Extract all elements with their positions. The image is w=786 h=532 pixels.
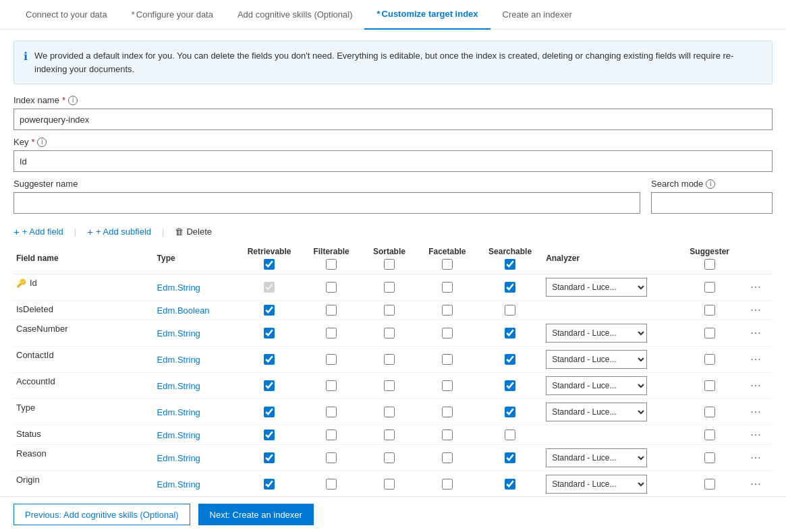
suggester-cell xyxy=(680,425,739,445)
key-icon: 🔑 xyxy=(16,278,26,288)
filterable-cell xyxy=(302,373,361,399)
analyzer-select[interactable]: Standard - Luce...NoneCustom... xyxy=(546,475,647,494)
key-input[interactable] xyxy=(13,150,773,172)
actions-cell: ··· xyxy=(739,320,773,347)
actions-cell: ··· xyxy=(739,445,773,471)
analyzer-cell: Standard - Luce...NoneCustom... xyxy=(543,373,679,399)
actions-cell: ··· xyxy=(739,301,773,320)
row-actions-button[interactable]: ··· xyxy=(750,429,761,441)
field-type-cell: Edm.String xyxy=(155,399,237,425)
analyzer-select[interactable]: Standard - Luce...NoneCustom... xyxy=(546,403,647,421)
searchable-cell xyxy=(477,373,543,399)
plus-subfield-icon: + xyxy=(87,226,93,237)
nav-step-customize[interactable]: * Customize target index xyxy=(364,0,490,30)
table-row: OriginEdm.StringStandard - Luce...NoneCu… xyxy=(13,471,773,498)
suggester-cell xyxy=(680,320,739,347)
col-header-searchable: Searchable xyxy=(477,243,543,274)
search-mode-input[interactable] xyxy=(651,192,773,214)
table-row: AccountIdEdm.StringStandard - Luce...Non… xyxy=(13,373,773,399)
footer: Previous: Add cognitive skills (Optional… xyxy=(0,496,786,532)
field-name-value: Type xyxy=(16,403,35,413)
facetable-cell xyxy=(418,471,477,498)
search-mode-info-icon: i xyxy=(706,179,715,189)
row-actions-button[interactable]: ··· xyxy=(750,304,761,316)
nav-step-connect[interactable]: Connect to your data xyxy=(13,0,119,30)
searchable-cell xyxy=(477,445,543,471)
row-actions-button[interactable]: ··· xyxy=(750,478,761,490)
suggester-cell xyxy=(680,347,739,373)
field-name-cell: 🔑Id xyxy=(13,274,155,291)
sortable-header-checkbox[interactable] xyxy=(384,259,395,270)
filterable-header-checkbox[interactable] xyxy=(326,259,337,270)
actions-cell: ··· xyxy=(739,347,773,373)
table-toolbar: + + Add field | + + Add subfield | 🗑 Del… xyxy=(0,220,786,243)
add-field-button[interactable]: + + Add field xyxy=(13,226,63,237)
col-header-retrievable: Retrievable xyxy=(237,243,302,274)
retrievable-cell xyxy=(237,399,302,425)
next-button[interactable]: Next: Create an indexer xyxy=(198,504,314,525)
field-name-value: ContactId xyxy=(16,350,54,360)
row-actions-button[interactable]: ··· xyxy=(750,327,761,339)
nav-step-configure[interactable]: * Configure your data xyxy=(119,0,225,30)
analyzer-cell: Standard - Luce...NoneCustom... xyxy=(543,274,679,301)
suggester-cell xyxy=(680,373,739,399)
search-mode-label: Search mode i xyxy=(651,179,773,189)
index-name-section: Index name * i xyxy=(0,95,786,130)
index-name-label: Index name * i xyxy=(13,95,773,105)
analyzer-select[interactable]: Standard - Luce...NoneCustom... xyxy=(546,376,647,395)
table-row: 🔑IdEdm.StringStandard - Luce...NoneCusto… xyxy=(13,274,773,301)
col-header-analyzer: Analyzer xyxy=(543,243,679,274)
searchable-cell xyxy=(477,471,543,498)
prev-button[interactable]: Previous: Add cognitive skills (Optional… xyxy=(13,504,190,525)
toolbar-sep1: | xyxy=(74,227,76,237)
facetable-cell xyxy=(418,320,477,347)
searchable-header-checkbox[interactable] xyxy=(505,259,515,270)
field-name-value: Reason xyxy=(16,448,47,459)
index-name-input[interactable] xyxy=(13,109,773,130)
delete-button[interactable]: 🗑 Delete xyxy=(175,227,212,237)
search-mode-section: Search mode i xyxy=(651,179,773,214)
suggester-cell xyxy=(680,399,739,425)
key-label: Key * i xyxy=(13,137,773,147)
add-subfield-button[interactable]: + + Add subfield xyxy=(87,226,151,237)
analyzer-select[interactable]: Standard - Luce...NoneCustom... xyxy=(546,350,647,369)
info-banner: ℹ We provided a default index for you. Y… xyxy=(13,40,773,84)
filterable-cell xyxy=(302,274,361,301)
analyzer-select[interactable]: Standard - Luce...NoneCustom... xyxy=(546,324,647,343)
suggester-name-input[interactable] xyxy=(13,192,640,214)
field-name-cell: CaseNumber xyxy=(13,320,155,337)
sortable-cell xyxy=(361,445,417,471)
analyzer-select[interactable]: Standard - Luce...NoneCustom... xyxy=(546,278,647,297)
info-icon: ℹ xyxy=(24,50,28,63)
searchable-cell xyxy=(477,399,543,425)
field-type-cell: Edm.String xyxy=(155,425,237,445)
suggester-cell xyxy=(680,274,739,301)
facetable-cell xyxy=(418,373,477,399)
filterable-cell xyxy=(302,471,361,498)
analyzer-select[interactable]: Standard - Luce...NoneCustom... xyxy=(546,448,647,467)
row-actions-button[interactable]: ··· xyxy=(750,281,761,293)
facetable-header-checkbox[interactable] xyxy=(442,259,453,270)
row-actions-button[interactable]: ··· xyxy=(750,406,761,418)
row-actions-button[interactable]: ··· xyxy=(750,353,761,365)
key-required: * xyxy=(31,137,34,147)
col-header-actions xyxy=(739,243,773,274)
row-actions-button[interactable]: ··· xyxy=(750,380,761,392)
field-name-cell: Reason xyxy=(13,445,155,462)
field-name-cell: Origin xyxy=(13,471,155,488)
nav-step-cognitive[interactable]: Add cognitive skills (Optional) xyxy=(225,0,365,30)
facetable-cell xyxy=(418,399,477,425)
key-info-icon: i xyxy=(37,138,47,147)
retrievable-cell xyxy=(237,373,302,399)
table-row: CaseNumberEdm.StringStandard - Luce...No… xyxy=(13,320,773,347)
row-actions-button[interactable]: ··· xyxy=(750,452,761,464)
sortable-cell xyxy=(361,373,417,399)
suggester-cell xyxy=(680,445,739,471)
analyzer-cell: Standard - Luce...NoneCustom... xyxy=(543,347,679,373)
field-type-cell: Edm.String xyxy=(155,373,237,399)
suggester-header-checkbox[interactable] xyxy=(704,259,715,270)
retrievable-header-checkbox[interactable] xyxy=(264,259,275,270)
nav-step-indexer[interactable]: Create an indexer xyxy=(490,0,584,30)
index-table-container: Field name Type Retrievable Filterable S… xyxy=(0,243,786,532)
retrievable-cell xyxy=(237,320,302,347)
